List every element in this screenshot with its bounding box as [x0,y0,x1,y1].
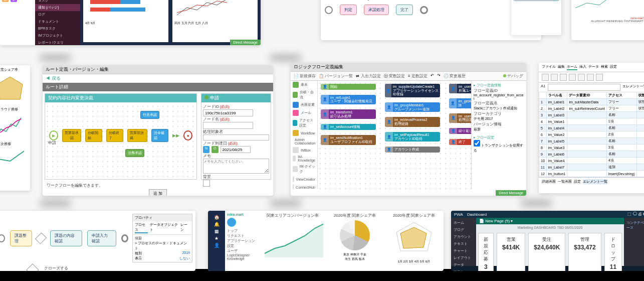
tab-edit[interactable]: 編集 [558,64,565,70]
start-event-icon[interactable]: ▶ [49,130,58,140]
table-row[interactable]: 1im_Label1im_subMasterDataフリー状態要素詳細画面A1 [539,99,645,105]
flow-node[interactable]: 任意承認 [140,111,159,119]
tool-var[interactable]: ⓧ 変数設定 [384,73,405,79]
flow-node[interactable]: 分岐開始 [85,129,102,142]
tab-process[interactable]: プロセス [135,222,148,233]
palette-item[interactable]: Workflow [291,129,317,137]
table-row[interactable]: 4im_Value11項詳細画面A4 [539,118,645,125]
bpmn-task[interactable]: 判定 [340,5,357,15]
tab-file[interactable]: ファイル [542,64,556,70]
left-item[interactable]: ホーム [454,219,474,226]
sheet-tab[interactable]: エレメント一覧 [583,179,607,184]
logic-node[interactable]: 👤im_transform1絞り込み処理 [321,109,376,119]
palette-item[interactable]: IM-Knowledge [291,154,317,163]
add-button[interactable]: 追 加 [149,189,167,196]
window-icons[interactable]: ⬚ 🖵 🖨 ⧉ [627,212,644,217]
nav-grid-icon[interactable]: ▦ [208,229,225,234]
table-row[interactable]: 12im_button1Insert(Dev.string)詳細画面F1 [539,171,645,177]
left-item[interactable]: テキスト [454,240,474,247]
logic-node[interactable]: 👤アカウント作成 [385,147,440,153]
memo-textarea[interactable] [203,159,269,174]
logic-node[interactable]: 👤im_supplierUpdateCreate1アプリケーションライセンスID… [385,84,440,97]
bg-color-swatch[interactable] [203,180,210,187]
table-row[interactable]: 7im_Label5名称詳細画面C1 [539,138,645,145]
table-row[interactable]: 2im_Label2im_subRetrievedCountフリー状態要素詳細画… [539,105,645,112]
table-row[interactable]: 6im_Value22項詳細画面B4 [539,131,645,138]
logic-node[interactable]: 👤im_userSetting1所属ユーザID登録 [449,84,471,93]
tool-versions[interactable]: 📋 バージョン一覧 [319,73,353,79]
topbar-dash[interactable]: Dashboard [467,212,487,217]
palette-item[interactable]: ConnectHub [291,183,317,189]
flow-node[interactable]: 営業部承認 [62,129,82,142]
left-item[interactable]: データ [454,261,474,268]
direct-message-badge[interactable]: Direct Message [230,40,261,45]
underline-icon[interactable] [560,74,567,81]
nav-item[interactable]: アプリケーション [227,238,258,243]
palette-item[interactable]: Admin Collaboration [291,137,317,146]
flow-node[interactable]: 分岐終了 [106,129,123,142]
tool-debug[interactable]: デバッグ [503,73,523,79]
bpmn-task[interactable]: 承認処理 [364,5,389,15]
left-item[interactable]: ブログ [454,226,474,233]
logic-node[interactable]: 👤im_refLogin1ユーザ・関連会社情報発見 [321,95,376,104]
flow-node[interactable]: 営業部決裁 [127,129,147,142]
nav-doc[interactable]: ドキュメント [35,18,80,25]
palette-item[interactable]: アクセス設定 [291,117,317,129]
back-link[interactable]: ◀ 戻る [46,76,61,81]
bpmn-task[interactable]: 申請入力確認 [87,230,116,246]
nav-bell-icon[interactable]: 🔔 [208,222,225,227]
palette-item[interactable]: 基本 [291,81,317,89]
table-row[interactable]: 3im_Label3名称詳細画面A3 [539,112,645,118]
nav-notify[interactable]: 通知 (バッジ) [35,4,80,11]
palette-item[interactable]: IMBox [291,146,317,154]
left-item[interactable]: チャート [454,247,474,254]
direct-message-badge[interactable]: Direct Message [496,190,526,196]
align-center-icon[interactable] [578,74,585,81]
sheet-tab[interactable]: 一覧画面 [558,179,572,184]
nav-item[interactable]: LogicDesigner [227,253,258,257]
nav-star-icon[interactable]: ★ [208,236,225,241]
table-row[interactable]: 5im_Label4名称詳細画面B1 [539,125,645,131]
table-row[interactable]: 8im_Value33項詳細画面C4 [539,145,645,151]
node-id-input[interactable] [203,109,253,116]
left-item[interactable]: リスト [454,268,474,271]
palette-item[interactable]: ViewCreator [291,175,317,183]
tool-io[interactable]: ⇄ 入出力設定 [356,73,380,79]
tool-redo[interactable]: ↷ [437,73,441,79]
nav-home-icon[interactable]: 🏠 [208,215,225,220]
nav-log[interactable]: ログ [35,11,80,18]
tool-history[interactable]: 🕘 変更履歴 [444,73,466,79]
nav-item[interactable]: 設定 [227,243,258,248]
tool-undo[interactable]: ↶ [431,73,434,79]
tool-save[interactable]: 📄 新規保存 [294,73,316,79]
element-table[interactable]: ラベル名データ要素IDアクセス状態要素シート範囲1im_Label1im_sub… [539,92,644,177]
fill-icon[interactable] [587,74,594,81]
logic-node[interactable]: 👤im_userPayloadResult3処理設定 [449,113,471,123]
tab-insert[interactable]: 挿入 [579,64,586,70]
sheet-tab[interactable]: 設定 [574,179,581,184]
logic-node[interactable]: 👤im_retrievalProcess2処理経路 [385,117,440,126]
table-row[interactable]: 10im_Value44項詳細画面D4 [539,158,645,164]
nav-task[interactable]: タスク [35,0,80,4]
logic-node[interactable]: 👤繰り返し終了 [449,128,471,134]
logic-node[interactable]: 👤im_setAccount情報 [321,124,376,130]
tab-lane[interactable]: レーン [180,222,190,233]
palette-item[interactable]: 画面要素 [291,101,317,109]
palette-item[interactable]: IM-クイック [291,163,317,175]
palette-item[interactable]: メール [291,109,317,117]
table-row[interactable]: 9im_Label6名称詳細画面D1 [539,151,645,158]
tab-find[interactable]: 検索 [601,64,608,70]
topbar-pwa[interactable]: PWA [454,212,463,217]
sheet-tab[interactable]: 詳細画面 [542,179,556,184]
left-item[interactable]: レイアウト [454,254,474,261]
nav-item[interactable]: Knowledge [227,257,258,260]
avatar[interactable] [227,218,236,227]
logic-node[interactable]: 👤im_sendNotification1ユーザプロファイルID取得 [321,135,376,145]
tool-const[interactable]: ≡ 定数設定 [408,73,427,79]
flow-node[interactable]: 法令確認 [151,129,168,142]
flow-node[interactable]: 法務承認 [125,149,144,157]
tab-button[interactable]: 📄 New Page (5) ▾ [476,218,624,224]
node-name-input[interactable] [203,122,253,129]
border-icon[interactable] [596,74,603,81]
nav-item[interactable]: トップ [227,228,258,233]
